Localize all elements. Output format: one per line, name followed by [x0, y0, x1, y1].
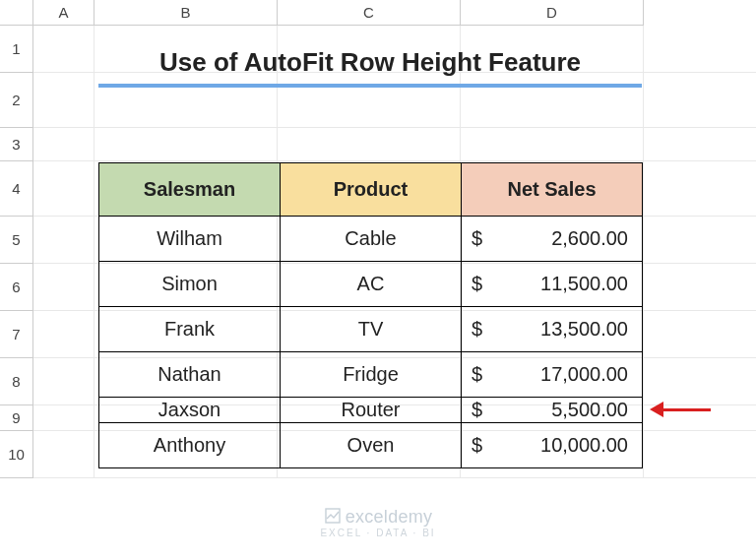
header-salesman: Salesman [99, 163, 281, 217]
table-header-row: Salesman Product Net Sales [99, 163, 643, 217]
table-row: AnthonyOven$10,000.00 [99, 423, 643, 468]
watermark-brand: exceldemy [346, 507, 433, 527]
cell-product[interactable]: AC [281, 262, 462, 307]
row-head[interactable]: 2 [0, 73, 33, 128]
row-head[interactable]: 9 [0, 405, 33, 431]
amount: 11,500.00 [540, 273, 628, 295]
table-row: FrankTV$13,500.00 [99, 307, 643, 352]
page-title: Use of AutoFit Row Height Feature [98, 47, 642, 88]
cell-salesman[interactable]: Wilham [99, 217, 281, 262]
row-header-col: 12345678910 [0, 26, 33, 478]
cell-salesman[interactable]: Anthony [99, 423, 281, 468]
table-row: SimonAC$11,500.00 [99, 262, 643, 307]
row-head[interactable]: 8 [0, 358, 33, 405]
watermark-tagline: EXCEL · DATA · BI [0, 528, 756, 538]
cell-net-sales[interactable]: $2,600.00 [462, 217, 643, 262]
col-head-d[interactable]: D [461, 0, 644, 26]
currency-symbol: $ [472, 227, 482, 250]
cell-salesman[interactable]: Frank [99, 307, 281, 352]
amount: 10,000.00 [540, 434, 628, 457]
row-head[interactable]: 7 [0, 311, 33, 358]
cell-salesman[interactable]: Simon [99, 262, 281, 307]
amount: 2,600.00 [551, 227, 628, 250]
currency-symbol: $ [472, 363, 482, 386]
header-net-sales: Net Sales [462, 163, 643, 217]
cell-product[interactable]: Oven [281, 423, 462, 468]
header-product: Product [281, 163, 462, 217]
watermark: exceldemy EXCEL · DATA · BI [0, 507, 756, 538]
row-head[interactable]: 6 [0, 264, 33, 311]
cell-net-sales[interactable]: $5,500.00 [462, 398, 643, 423]
callout-arrow [650, 402, 711, 417]
row-head[interactable]: 1 [0, 26, 33, 73]
currency-symbol: $ [472, 399, 482, 421]
logo-icon [324, 507, 342, 529]
amount: 5,500.00 [551, 399, 628, 421]
row-head[interactable]: 4 [0, 161, 33, 217]
col-head-b[interactable]: B [94, 0, 278, 26]
row-head[interactable]: 5 [0, 217, 33, 264]
cell-product[interactable]: Fridge [281, 352, 462, 398]
cell-product[interactable]: Cable [281, 217, 462, 262]
cell-salesman[interactable]: Nathan [99, 352, 281, 398]
currency-symbol: $ [472, 318, 482, 341]
currency-symbol: $ [472, 434, 482, 457]
col-head-a[interactable]: A [33, 0, 94, 26]
row-head[interactable]: 3 [0, 128, 33, 161]
title-cell: Use of AutoFit Row Height Feature [98, 47, 642, 88]
row-head[interactable]: 10 [0, 431, 33, 478]
cell-product[interactable]: TV [281, 307, 462, 352]
cell-net-sales[interactable]: $10,000.00 [462, 423, 643, 468]
col-head-c[interactable]: C [278, 0, 461, 26]
table-row: WilhamCable$2,600.00 [99, 217, 643, 262]
amount: 17,000.00 [540, 363, 628, 386]
column-header-row: A B C D [0, 0, 756, 26]
select-all-corner[interactable] [0, 0, 33, 26]
cell-net-sales[interactable]: $17,000.00 [462, 352, 643, 398]
cell-net-sales[interactable]: $11,500.00 [462, 262, 643, 307]
cell-product[interactable]: Router [281, 398, 462, 423]
table-row: JaxsonRouter$5,500.00 [99, 398, 643, 423]
svg-rect-0 [326, 509, 340, 523]
currency-symbol: $ [472, 273, 482, 295]
amount: 13,500.00 [540, 318, 628, 341]
data-table: Salesman Product Net Sales WilhamCable$2… [98, 162, 643, 468]
cell-net-sales[interactable]: $13,500.00 [462, 307, 643, 352]
table-row: NathanFridge$17,000.00 [99, 352, 643, 398]
spreadsheet: A B C D 12345678910 Use of AutoFit Row H… [0, 0, 756, 560]
arrow-line [663, 408, 711, 411]
arrow-left-icon [650, 402, 663, 417]
cell-salesman[interactable]: Jaxson [99, 398, 281, 423]
